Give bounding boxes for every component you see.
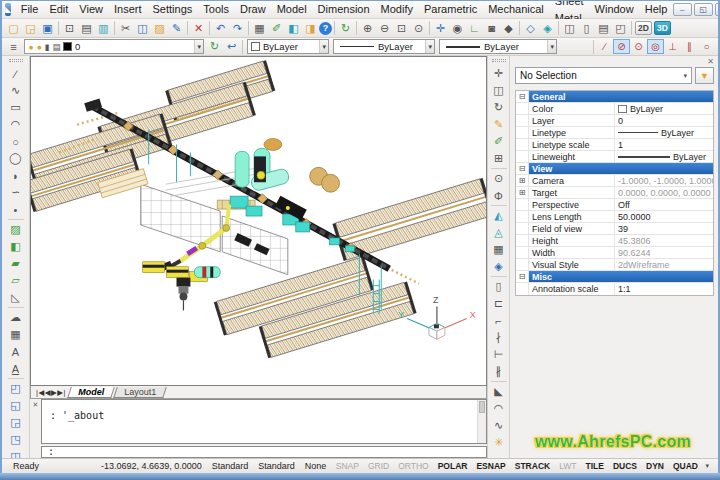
gradient-icon[interactable]: ◧ — [5, 238, 27, 255]
tab-layout1[interactable]: Layout1 — [113, 387, 167, 398]
linetype-dropdown-arrow[interactable]: ▾ — [425, 40, 434, 53]
toggle-ortho[interactable]: ORTHO — [394, 461, 434, 471]
menu-help[interactable]: Help — [639, 1, 673, 18]
toggle-ducs[interactable]: DUCS — [608, 461, 641, 471]
mtext-icon[interactable]: A — [5, 360, 27, 377]
toolbar-grip[interactable] — [492, 59, 506, 62]
menu-file[interactable]: File — [15, 1, 44, 18]
2d-wireframe-button[interactable]: 2D — [635, 21, 652, 35]
about-icon[interactable]: ? — [319, 22, 332, 35]
drawing-canvas[interactable]: Z Y X — [30, 56, 487, 386]
render-icon[interactable]: ◆ — [500, 21, 517, 36]
expand-icon[interactable]: ⊞ — [516, 187, 529, 198]
lineweight-dropdown-arrow[interactable]: ▾ — [547, 40, 556, 53]
insert-block-icon[interactable]: ◱ — [5, 397, 27, 414]
ellipse-arc-icon[interactable]: ◗ — [5, 167, 27, 184]
cursor-coordinates[interactable]: -13.0692, 4.6639, 0.0000 — [96, 461, 207, 471]
paste-icon[interactable]: ▨ — [151, 21, 168, 36]
menu-insert[interactable]: Insert — [109, 1, 148, 18]
toggle-esnap[interactable]: ESNAP — [472, 461, 510, 471]
camera-icon[interactable]: ◙ — [483, 21, 500, 36]
minimize-button[interactable]: – — [673, 3, 692, 16]
make-block-icon[interactable]: ◰ — [5, 380, 27, 397]
hatch-icon[interactable]: ▨ — [5, 221, 27, 238]
toggle-grid[interactable]: GRID — [363, 461, 393, 471]
break-icon[interactable]: ∦ — [488, 363, 510, 380]
layer-previous-icon[interactable]: ↩ — [223, 39, 240, 54]
tab-model[interactable]: Model — [67, 387, 115, 398]
redo-icon[interactable]: ↷ — [229, 21, 246, 36]
aerial-view-icon[interactable]: ◉ — [449, 21, 466, 36]
snap-endpoint-icon[interactable]: ∕ — [596, 39, 613, 54]
explode-icon[interactable]: ✳ — [488, 434, 510, 451]
toggle-quad[interactable]: QUAD — [668, 461, 702, 471]
color-dropdown-arrow[interactable]: ▾ — [319, 40, 328, 53]
text-style-indicator[interactable]: Standard — [207, 461, 254, 471]
cut-icon[interactable]: ✂ — [117, 21, 134, 36]
wipeout-icon[interactable]: ◺ — [5, 289, 27, 306]
collapse-icon[interactable]: ⊟ — [516, 91, 529, 102]
plot-icon[interactable]: ▥ — [95, 21, 112, 36]
layer-states-icon[interactable]: ↻ — [206, 39, 223, 54]
new-icon[interactable]: ▢ — [5, 21, 22, 36]
snap-parallel-icon[interactable]: ∥ — [681, 39, 698, 54]
toggle-strack[interactable]: STRACK — [510, 461, 554, 471]
tab-scroll-arrows[interactable]: |◀◀▶▶| — [33, 388, 69, 397]
toolbar-grip[interactable] — [9, 59, 23, 62]
layer-dropdown-arrow[interactable]: ▾ — [194, 40, 203, 53]
zoom-previous-icon[interactable]: ⊙ — [410, 21, 427, 36]
polyline-icon[interactable]: ∿ — [5, 82, 27, 99]
expand-icon[interactable]: ⊞ — [516, 175, 529, 186]
snap-intersection-icon[interactable]: ⊙ — [630, 39, 647, 54]
collapse-icon[interactable]: ⊟ — [516, 163, 529, 174]
arc-icon[interactable]: ◠ — [5, 116, 27, 133]
zoom-in-icon[interactable]: ⊕ — [359, 21, 376, 36]
viewports-new-icon[interactable]: ◰ — [612, 21, 629, 36]
regen-icon[interactable]: ↻ — [337, 21, 354, 36]
scale-icon[interactable]: ⊞ — [488, 150, 510, 167]
chamfer-icon[interactable]: ◣ — [488, 383, 510, 400]
orbit-3d-icon[interactable]: ◈ — [539, 21, 556, 36]
snap-midpoint-icon[interactable]: ⊘ — [613, 39, 630, 54]
zoom-out-icon[interactable]: ⊖ — [376, 21, 393, 36]
menu-mechanical[interactable]: Mechanical — [483, 1, 550, 18]
toggle-tile[interactable]: TILE — [581, 461, 608, 471]
copy-icon[interactable]: ◫ — [134, 21, 151, 36]
open-icon[interactable]: ◲ — [22, 21, 39, 36]
rotate-reference-icon[interactable]: ⊙ — [488, 170, 510, 187]
menu-dimension[interactable]: Dimension — [312, 1, 375, 18]
mirror-icon[interactable]: ◭ — [488, 207, 510, 224]
viewports-list-icon[interactable]: ▤ — [595, 21, 612, 36]
toggle-dyn[interactable]: DYN — [642, 461, 669, 471]
menu-window[interactable]: Window — [589, 1, 639, 18]
region-icon[interactable]: ▰ — [5, 255, 27, 272]
menu-settings[interactable]: Settings — [147, 1, 198, 18]
mirror-3d-icon[interactable]: ◬ — [488, 224, 510, 241]
fillet-icon[interactable]: ◠ — [488, 400, 510, 417]
snap-center-icon[interactable]: ◎ — [647, 39, 664, 54]
match-properties-icon[interactable]: ✎ — [168, 21, 185, 36]
lineweight-dropdown[interactable]: ByLayer ▾ — [439, 39, 557, 54]
rotate-icon[interactable]: ↻ — [488, 99, 510, 116]
eyedropper-icon[interactable]: ✐ — [488, 133, 510, 150]
menu-edit[interactable]: Edit — [44, 1, 74, 18]
status-menu-arrow[interactable]: ▾ — [702, 462, 712, 470]
toggle-snap[interactable]: SNAP — [331, 461, 363, 471]
block-editor-icon[interactable]: ◨ — [302, 21, 319, 36]
trim-icon[interactable]: ∤ — [488, 329, 510, 346]
menu-model[interactable]: Model — [271, 1, 312, 18]
print-icon[interactable]: ▤ — [78, 21, 95, 36]
viewports-4-icon[interactable]: ◫ — [561, 21, 578, 36]
menu-modify[interactable]: Modify — [375, 1, 418, 18]
stretch-icon[interactable]: ⊏ — [488, 295, 510, 312]
toggle-polar[interactable]: POLAR — [433, 461, 472, 471]
array-icon[interactable]: ▦ — [488, 241, 510, 258]
layer-manager-icon[interactable]: ≡ — [5, 39, 22, 54]
selection-dropdown-arrow[interactable]: ▾ — [683, 72, 687, 80]
spline-icon[interactable]: ∽ — [5, 184, 27, 201]
menu-draw[interactable]: Draw — [234, 1, 271, 18]
collapse-icon[interactable]: ⊟ — [516, 271, 529, 282]
3d-view-button[interactable]: 3D — [654, 21, 671, 35]
circle-icon[interactable]: ○ — [5, 133, 27, 150]
boundary-icon[interactable]: ▱ — [5, 272, 27, 289]
